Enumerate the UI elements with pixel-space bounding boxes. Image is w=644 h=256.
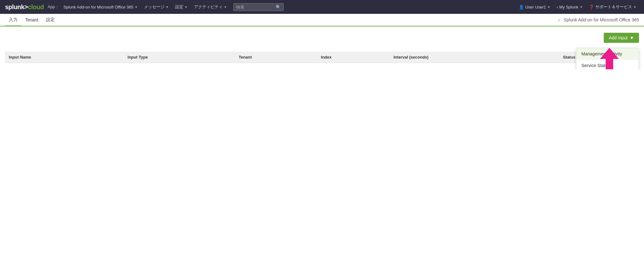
col-index: Index: [317, 52, 390, 63]
second-nav-app-title: Splunk Add-on for Microsoft Office 365: [564, 17, 639, 22]
user-dropdown-arrow: ▼: [547, 5, 550, 9]
nav-messages[interactable]: メッセージ ▼: [142, 3, 171, 11]
question-icon: ❓: [589, 5, 594, 9]
support-menu[interactable]: ❓ サポート＆サービス ▼: [586, 3, 639, 11]
logo-cloud-part: cloud: [28, 3, 44, 10]
settings-dropdown-arrow: ▼: [185, 5, 188, 9]
table-header-row: Input Name Input Type Tenant Index Inter…: [5, 52, 639, 63]
second-nav: 入力 Tenant 設定 › Splunk Add-on for Microso…: [0, 14, 644, 26]
search-icon: 🔍: [276, 5, 281, 9]
nav-settings-second[interactable]: 設定: [42, 14, 58, 26]
app-label: App：: [47, 4, 59, 10]
support-label: サポート＆サービス: [595, 4, 632, 10]
logo-splunk-part: splunk>: [5, 3, 28, 10]
splunk-logo[interactable]: splunk>cloud: [5, 3, 44, 11]
nav-input-label: 入力: [9, 17, 18, 23]
user-icon: 👤: [519, 5, 524, 9]
support-dropdown-arrow: ▼: [633, 5, 636, 9]
user-label: User User1: [525, 5, 546, 9]
nav-activity[interactable]: アクティビティ ▼: [192, 3, 230, 11]
nav-messages-label: メッセージ: [144, 4, 164, 10]
nav-input[interactable]: 入力: [5, 14, 21, 26]
col-input-name: Input Name: [5, 52, 124, 63]
col-interval: Interval (seconds): [390, 52, 559, 63]
svg-marker-0: [600, 48, 619, 69]
app-name-dropdown[interactable]: Splunk Add-on for Microsoft Office 365 ▼: [61, 3, 140, 11]
nav-tenant-label: Tenant: [25, 17, 38, 22]
add-input-dropdown-arrow: ▼: [630, 35, 634, 40]
nav-right: 👤 User User1 ▼ › My Splunk ▼ ❓ サポート＆サービス…: [516, 3, 639, 11]
add-input-button[interactable]: Add Input ▼: [604, 33, 639, 43]
add-input-label: Add Input: [609, 35, 628, 40]
user-menu[interactable]: 👤 User User1 ▼: [516, 3, 553, 11]
nav-tenant[interactable]: Tenant: [21, 14, 42, 26]
col-input-type: Input Type: [124, 52, 235, 63]
nav-settings-label: 設定: [175, 4, 183, 10]
activity-dropdown-arrow: ▼: [224, 5, 227, 9]
my-splunk-menu[interactable]: › My Splunk ▼: [554, 3, 585, 11]
chevron-icon: ›: [557, 5, 558, 9]
chevron-right-icon: ›: [558, 17, 560, 23]
app-dropdown-arrow: ▼: [135, 5, 138, 9]
second-nav-right: › Splunk Add-on for Microsoft Office 365: [558, 17, 639, 23]
col-tenant: Tenant: [235, 52, 317, 63]
messages-dropdown-arrow: ▼: [166, 5, 169, 9]
app-name-text: Splunk Add-on for Microsoft Office 365: [64, 5, 133, 9]
input-table: Input Name Input Type Tenant Index Inter…: [5, 52, 639, 63]
my-splunk-dropdown-arrow: ▼: [580, 5, 583, 9]
my-splunk-label: My Splunk: [559, 5, 578, 9]
search-box[interactable]: 🔍: [233, 3, 284, 11]
pink-arrow-indicator: [600, 48, 619, 69]
nav-settings[interactable]: 設定 ▼: [173, 3, 190, 11]
top-nav: splunk>cloud App： Splunk Add-on for Micr…: [0, 0, 644, 14]
main-content: Add Input ▼ Management Activity Service …: [0, 26, 644, 69]
nav-activity-label: アクティビティ: [194, 4, 223, 10]
nav-settings-second-label: 設定: [46, 17, 55, 23]
search-input[interactable]: [236, 5, 274, 9]
